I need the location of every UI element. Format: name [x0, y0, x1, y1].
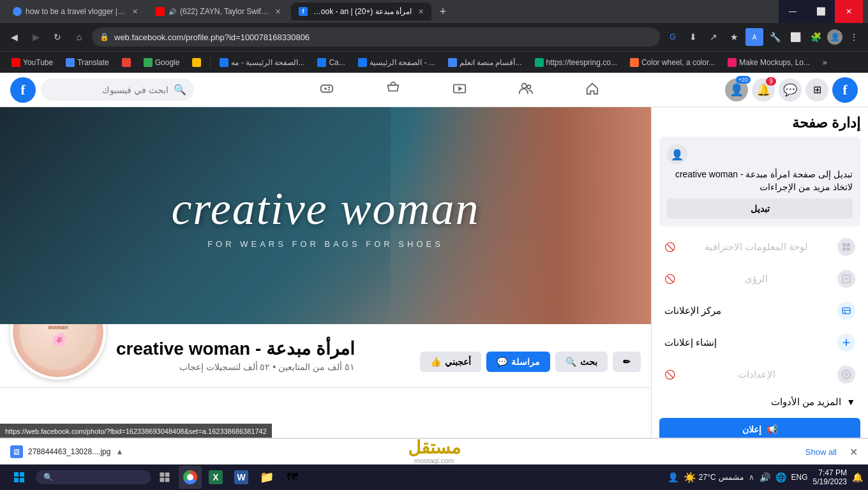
- like-button[interactable]: 👍 أعجبني: [420, 352, 481, 372]
- switch-card-text: تبديل إلى صفحة امرأة مبدعة - creative wo…: [667, 168, 853, 193]
- ext4-icon[interactable]: 🧩: [807, 28, 825, 46]
- taskbar-excel-icon[interactable]: X: [204, 466, 227, 489]
- start-button[interactable]: [5, 464, 33, 490]
- tab-3[interactable]: f امرأة مبدعة (+20) | Facebook - an ✕: [291, 3, 431, 20]
- back-button[interactable]: ◀: [5, 28, 23, 46]
- share-ext-icon[interactable]: ↗: [705, 28, 722, 46]
- taskbar-maps-icon[interactable]: 🗺: [281, 466, 304, 489]
- tab-2-close[interactable]: ✕: [275, 8, 281, 16]
- sidebar-item-create-ad-label: إنشاء إعلانات: [664, 337, 717, 348]
- fb-logo[interactable]: f: [10, 77, 36, 103]
- sidebar-item-ad-center-label: مركز الإعلانات: [664, 305, 721, 316]
- taskbar-notifications[interactable]: 🔔: [852, 472, 863, 482]
- bookmark-ar4[interactable]: أقسام منصة اتعلم...: [443, 56, 527, 69]
- sidebar-item-settings[interactable]: الإعدادات 🚫: [659, 359, 860, 390]
- fb-messenger-btn[interactable]: 💬: [779, 78, 802, 101]
- show-all-button[interactable]: Show all: [805, 447, 837, 457]
- cover-subtitle: FOR WEARS FOR BAGS FOR SHOES: [207, 239, 444, 249]
- download-ext-icon[interactable]: ⬇: [684, 28, 702, 46]
- sidebar-item-insights[interactable]: الرؤى 🚫: [659, 264, 860, 294]
- download-expand-icon[interactable]: ▲: [116, 447, 123, 456]
- tab-3-close[interactable]: ✕: [418, 8, 424, 16]
- disabled-icon-settings: 🚫: [664, 369, 675, 380]
- tab-2[interactable]: 🔊 (622) ZAYN, Taylor Swift - I D... ✕: [148, 3, 288, 20]
- teespring-favicon: [535, 58, 544, 67]
- ad-center-icon: [837, 302, 855, 320]
- chrome-favicon: [192, 58, 201, 67]
- bookmark-teespring[interactable]: https://teespring.co...: [530, 56, 622, 69]
- settings-icon: [837, 366, 855, 383]
- nav-marketplace[interactable]: [361, 75, 425, 105]
- switch-button[interactable]: تبديل: [667, 198, 853, 219]
- taskbar-speaker-icon[interactable]: 🔊: [760, 472, 770, 482]
- fb-search-bar[interactable]: 🔍: [41, 78, 194, 101]
- bookmark-chrome[interactable]: [187, 56, 206, 69]
- right-sidebar: إدارة صفحة 👤 تبديل إلى صفحة امرأة مبدعة …: [651, 107, 868, 490]
- tab-1[interactable]: how to be a travel vlogger | جستف... ✕: [5, 3, 146, 20]
- sidebar-item-dashboard[interactable]: لوحة المعلومات الاحترافية 🚫: [659, 232, 860, 262]
- profile-avatar-btn[interactable]: 👤: [827, 29, 842, 45]
- nav-watch[interactable]: [428, 75, 491, 105]
- disabled-icon-dashboard: 🚫: [664, 242, 675, 252]
- mockups-favicon: [728, 58, 737, 67]
- lock-icon: 🔒: [100, 33, 109, 41]
- bookmarks-more[interactable]: »: [818, 56, 832, 69]
- like-label: أعجبني: [445, 357, 471, 367]
- nav-groups[interactable]: [494, 75, 558, 105]
- ext3-icon[interactable]: ⬜: [786, 28, 804, 46]
- address-bar[interactable]: 🔒 web.facebook.com/profile.php?id=100078…: [92, 27, 660, 47]
- bookmark-star-icon[interactable]: ★: [725, 28, 743, 46]
- sidebar-item-ad-center[interactable]: مركز الإعلانات: [659, 295, 860, 326]
- google-ext-icon[interactable]: G: [664, 28, 682, 46]
- fb-avatar-area[interactable]: 👤 +20: [725, 78, 748, 101]
- bookmark-ar2[interactable]: Ca...: [312, 56, 350, 69]
- fb-nav: [194, 75, 725, 105]
- bookmark-ar1[interactable]: الصفحة الرئيسية - مه...: [214, 56, 310, 69]
- create-ad-icon: [837, 334, 855, 352]
- sidebar-item-settings-label: الإعدادات: [738, 369, 775, 380]
- reload-button[interactable]: ↻: [49, 28, 66, 46]
- bookmark-translate[interactable]: Translate: [61, 56, 114, 69]
- more-tools-toggle[interactable]: ▼ المزيد من الأدوات: [659, 391, 860, 413]
- cover-overlay: creative woman FOR WEARS FOR BAGS FOR SH…: [0, 107, 651, 324]
- profile-name-area: امرأة مبدعة - creative woman ٥١ ألف من ا…: [116, 338, 355, 380]
- svg-marker-6: [458, 86, 462, 91]
- browser-chrome: how to be a travel vlogger | جستف... ✕ 🔊…: [0, 0, 868, 73]
- tab-1-close[interactable]: ✕: [132, 8, 138, 16]
- nav-home[interactable]: [560, 75, 624, 105]
- bookmark-google[interactable]: Google: [138, 56, 185, 69]
- search-page-button[interactable]: 🔍 بحث: [555, 352, 608, 372]
- sidebar-item-create-ad[interactable]: إنشاء إعلانات: [659, 327, 860, 358]
- window-close[interactable]: ✕: [835, 0, 863, 23]
- home-button[interactable]: ⌂: [70, 28, 88, 46]
- taskbar-explorer-icon[interactable]: 📁: [255, 466, 278, 489]
- window-maximize[interactable]: ⬜: [807, 0, 835, 23]
- taskbar-chevron-up[interactable]: ∧: [749, 473, 754, 482]
- taskbar-word-icon[interactable]: W: [230, 466, 253, 489]
- taskbar-person-icon[interactable]: 👤: [668, 472, 678, 482]
- bookmark-color[interactable]: Color wheel, a color...: [625, 56, 720, 69]
- fb-grid-btn[interactable]: ⊞: [805, 78, 828, 101]
- bookmark-ar3[interactable]: الصفحة الرئيسية - ...: [353, 56, 440, 69]
- taskbar-task-view[interactable]: [153, 466, 176, 489]
- forward-button[interactable]: ▶: [27, 28, 45, 46]
- bookmark-youtube[interactable]: YouTube: [6, 56, 58, 69]
- bookmark-color-label: Color wheel, a color...: [641, 58, 715, 67]
- edit-page-button[interactable]: ✏: [613, 352, 641, 372]
- browser-menu-button[interactable]: ⋮: [845, 28, 863, 46]
- language-badge: ENG: [791, 473, 808, 482]
- taskbar-network-icon[interactable]: 🌐: [775, 472, 786, 482]
- translate-ext-icon[interactable]: A: [745, 28, 763, 46]
- ext2-icon[interactable]: 🔧: [766, 28, 784, 46]
- nav-gaming[interactable]: [295, 75, 359, 105]
- search-input[interactable]: [49, 85, 168, 95]
- window-minimize[interactable]: —: [779, 0, 807, 23]
- bookmark-gmail[interactable]: [117, 56, 136, 69]
- bookmark-mockups[interactable]: Make Mockups, Lo...: [722, 56, 815, 69]
- taskbar-chrome-icon[interactable]: [179, 466, 202, 489]
- download-bar-close[interactable]: ✕: [849, 446, 858, 458]
- fb-notification-bell[interactable]: 🔔 9: [752, 78, 775, 101]
- message-button[interactable]: 💬 مراسلة: [486, 352, 550, 372]
- taskbar-search[interactable]: 🔍: [36, 470, 151, 484]
- new-tab-button[interactable]: +: [434, 3, 452, 20]
